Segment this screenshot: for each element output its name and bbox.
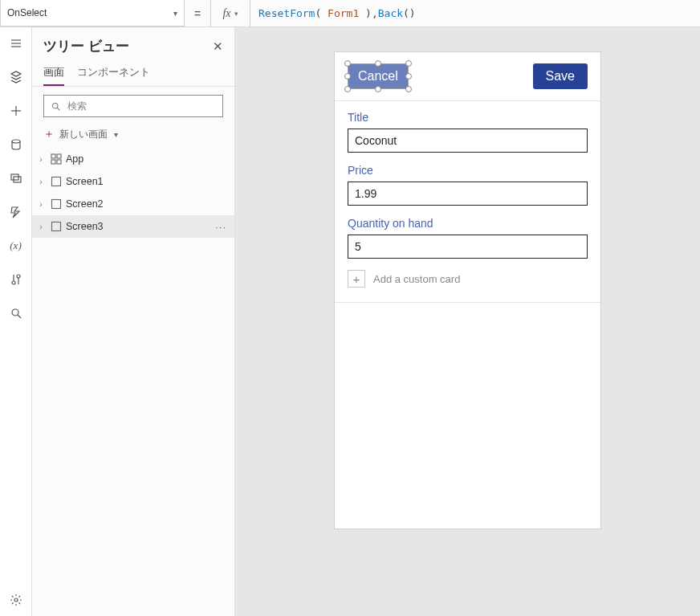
left-rail: (x) — [0, 27, 32, 616]
tab-screens[interactable]: 画面 — [43, 60, 64, 86]
svg-point-5 — [12, 140, 20, 143]
resize-handle[interactable] — [375, 60, 381, 67]
cancel-label: Cancel — [358, 69, 398, 83]
more-icon[interactable]: ··· — [215, 221, 226, 233]
svg-rect-18 — [57, 160, 61, 164]
formula-input[interactable]: ResetForm( Form1 ),Back() — [250, 7, 700, 19]
svg-point-8 — [12, 281, 15, 284]
chevron-right-icon[interactable]: › — [35, 177, 47, 186]
chevron-right-icon[interactable]: › — [35, 222, 47, 231]
tree-item-label: Screen2 — [66, 198, 212, 210]
resize-handle[interactable] — [344, 86, 351, 92]
resize-handle[interactable] — [344, 73, 351, 80]
svg-point-12 — [14, 598, 18, 602]
field-label: Price — [348, 164, 588, 177]
tree-item-label: App — [66, 153, 212, 165]
tree-item-screen2[interactable]: › Screen2 ··· — [32, 193, 234, 215]
svg-rect-16 — [57, 154, 61, 158]
search-icon — [51, 101, 61, 112]
chevron-down-icon: ▾ — [234, 10, 238, 18]
tree-item-label: Screen3 — [66, 221, 212, 232]
canvas-area[interactable]: Cancel Save — [235, 27, 700, 616]
svg-point-13 — [52, 103, 58, 108]
screen-icon — [50, 198, 63, 210]
chevron-right-icon[interactable]: › — [35, 155, 47, 164]
panel-title: ツリー ビュー — [43, 37, 129, 55]
svg-line-11 — [18, 315, 21, 318]
close-icon[interactable]: ✕ — [213, 39, 223, 54]
add-card-label: Add a custom card — [373, 273, 460, 285]
price-input[interactable] — [348, 182, 588, 206]
field-price: Price — [348, 164, 588, 206]
media-icon[interactable] — [6, 169, 26, 188]
tools-icon[interactable] — [6, 270, 26, 289]
resize-handle[interactable] — [375, 86, 381, 92]
device-header: Cancel Save — [335, 52, 600, 101]
variables-icon[interactable]: (x) — [6, 236, 26, 255]
insert-icon[interactable] — [6, 101, 26, 120]
power-automate-icon[interactable] — [6, 202, 26, 222]
tree-tabs: 画面 コンポーネント — [32, 60, 234, 87]
svg-rect-15 — [51, 154, 55, 158]
plus-icon: + — [348, 270, 365, 288]
settings-icon[interactable] — [6, 590, 26, 610]
svg-rect-21 — [52, 222, 61, 231]
form-body: Title Price Quantity on hand + Add a cus… — [335, 101, 600, 303]
save-button[interactable]: Save — [533, 63, 588, 89]
svg-point-9 — [17, 275, 20, 278]
hamburger-icon[interactable] — [6, 34, 26, 53]
field-quantity: Quantity on hand — [348, 217, 588, 259]
tree-item-screen1[interactable]: › Screen1 ··· — [32, 170, 234, 193]
device-preview: Cancel Save — [334, 51, 601, 529]
svg-point-10 — [12, 309, 18, 316]
svg-rect-19 — [52, 177, 61, 186]
formula-bar: OnSelect ▾ = fx ▾ ResetForm( Form1 ),Bac… — [0, 0, 700, 27]
tree-view-icon[interactable] — [6, 67, 26, 87]
resize-handle[interactable] — [405, 73, 412, 80]
tree-item-label: Screen1 — [66, 176, 212, 187]
svg-rect-20 — [52, 200, 61, 209]
resize-handle[interactable] — [405, 86, 412, 92]
title-input[interactable] — [348, 129, 588, 153]
svg-line-14 — [57, 108, 59, 110]
resize-handle[interactable] — [405, 60, 412, 67]
add-card-button[interactable]: + Add a custom card — [348, 270, 588, 288]
search-icon[interactable] — [6, 304, 26, 323]
search-box[interactable] — [43, 95, 223, 117]
fx-button[interactable]: fx ▾ — [210, 0, 250, 27]
field-label: Quantity on hand — [348, 217, 588, 230]
fx-icon: fx — [222, 7, 230, 20]
app-icon — [50, 153, 63, 165]
chevron-down-icon: ▾ — [173, 9, 177, 18]
chevron-right-icon[interactable]: › — [35, 200, 47, 209]
chevron-down-icon: ▾ — [114, 130, 118, 139]
field-label: Title — [348, 111, 588, 124]
new-screen-button[interactable]: ＋ 新しい画面 ▾ — [32, 124, 234, 148]
tab-components[interactable]: コンポーネント — [77, 60, 150, 86]
screen-icon — [50, 175, 63, 188]
cancel-button[interactable]: Cancel — [348, 63, 409, 89]
tree-list: › App ··· › Screen1 ··· › — [32, 148, 234, 616]
property-select[interactable]: OnSelect ▾ — [0, 0, 185, 27]
tree-panel: ツリー ビュー ✕ 画面 コンポーネント ＋ 新しい画面 ▾ › — [32, 27, 235, 616]
new-screen-label: 新しい画面 — [59, 128, 108, 141]
quantity-input[interactable] — [348, 235, 588, 259]
equals-label: = — [185, 7, 210, 20]
svg-rect-17 — [51, 160, 55, 164]
search-input[interactable] — [66, 100, 216, 112]
plus-icon: ＋ — [43, 127, 55, 141]
resize-handle[interactable] — [344, 60, 351, 67]
tree-item-screen3[interactable]: › Screen3 ··· — [32, 215, 234, 238]
screen-icon — [50, 220, 63, 233]
data-icon[interactable] — [6, 135, 26, 154]
save-label: Save — [546, 69, 575, 83]
property-name: OnSelect — [7, 7, 47, 18]
tree-item-app[interactable]: › App ··· — [32, 148, 234, 170]
field-title: Title — [348, 111, 588, 153]
